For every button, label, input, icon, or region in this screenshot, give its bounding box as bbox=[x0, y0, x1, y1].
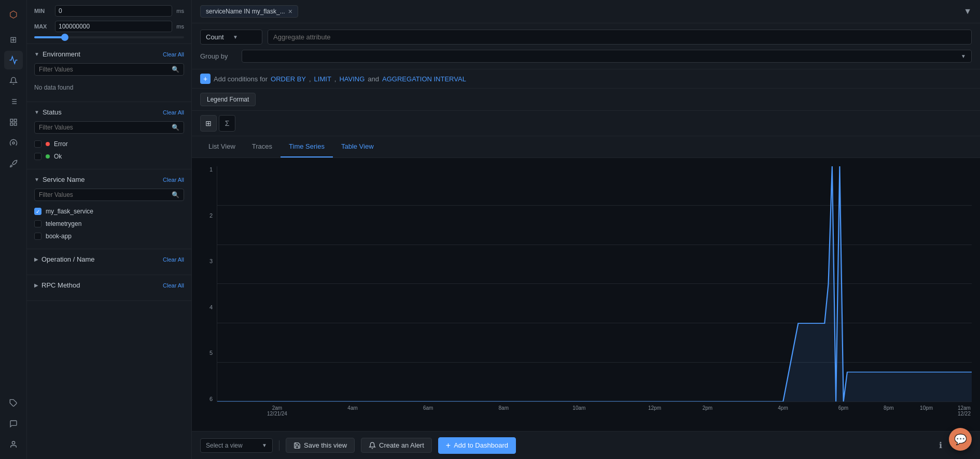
error-dot bbox=[46, 142, 50, 146]
grid-view-btn[interactable]: ⊞ bbox=[200, 115, 217, 132]
plugins-icon[interactable] bbox=[4, 394, 23, 412]
home-icon[interactable]: ⊞ bbox=[4, 30, 23, 49]
view-select-chevron: ▼ bbox=[262, 442, 267, 448]
environment-filter-header[interactable]: ▼ Environment Clear All bbox=[34, 50, 184, 58]
status-error-checkbox[interactable] bbox=[34, 140, 41, 148]
x-label-8pm: 8pm bbox=[884, 405, 893, 411]
service-name-filter-header[interactable]: ▼ Service Name Clear All bbox=[34, 176, 184, 183]
service-name-clear-btn[interactable]: Clear All bbox=[163, 177, 184, 183]
service-name-filter-tag[interactable]: serviceName IN my_flask_... × bbox=[200, 5, 298, 18]
filter-tag-close-icon[interactable]: × bbox=[288, 8, 292, 15]
alert-nav-icon[interactable] bbox=[4, 71, 23, 90]
aggregate-attribute-input[interactable] bbox=[268, 30, 972, 45]
legend-row: Legend Format bbox=[192, 89, 980, 111]
status-header-left: ▼ Status bbox=[34, 108, 62, 116]
chat-support-btn[interactable]: 💬 bbox=[949, 428, 972, 451]
status-ok-checkbox[interactable] bbox=[34, 153, 41, 160]
operation-name-clear-btn[interactable]: Clear All bbox=[163, 256, 184, 263]
settings-secondary-icon[interactable] bbox=[4, 134, 23, 152]
and-text: and bbox=[368, 75, 379, 83]
x-axis: 2am 12/21/24 4am 6am 8am 10am 12pm bbox=[217, 402, 972, 423]
operation-name-filter-header[interactable]: ▶ Operation / Name Clear All bbox=[34, 255, 184, 263]
service-flask-label: my_flask_service bbox=[46, 208, 93, 215]
order-by-link[interactable]: ORDER BY bbox=[271, 75, 306, 83]
x-label-10am: 10am bbox=[572, 405, 585, 411]
sigma-view-btn[interactable]: Σ bbox=[219, 115, 235, 132]
view-select[interactable]: Select a view ▼ bbox=[200, 438, 273, 453]
rpc-method-clear-btn[interactable]: Clear All bbox=[163, 282, 184, 289]
bottom-footer: Select a view ▼ Save this view Create an… bbox=[192, 431, 980, 459]
add-dashboard-label: Add to Dashboard bbox=[454, 441, 508, 449]
status-clear-btn[interactable]: Clear All bbox=[163, 109, 184, 116]
service-telemetrygen-item[interactable]: telemetrygen bbox=[34, 218, 184, 230]
top-bar-expand-icon[interactable]: ▼ bbox=[963, 7, 972, 16]
left-navigation: ⬡ ⊞ bbox=[0, 0, 27, 459]
limit-link[interactable]: LIMIT bbox=[314, 75, 331, 83]
group-by-select[interactable]: ▼ bbox=[242, 50, 972, 63]
aggregation-interval-link[interactable]: AGGREGATION INTERVAL bbox=[382, 75, 466, 83]
min-input[interactable] bbox=[55, 5, 172, 17]
rpc-method-label: RPC Method bbox=[41, 281, 80, 289]
add-conditions-btn[interactable]: + bbox=[200, 74, 211, 84]
create-alert-label: Create an Alert bbox=[379, 441, 424, 449]
environment-clear-btn[interactable]: Clear All bbox=[163, 51, 184, 58]
svg-rect-6 bbox=[10, 119, 13, 122]
status-error-item[interactable]: Error bbox=[34, 138, 184, 150]
chart-nav-icon[interactable] bbox=[4, 51, 23, 69]
environment-label: Environment bbox=[43, 50, 80, 58]
y-label-5: 5 bbox=[209, 350, 213, 356]
list-nav-icon[interactable] bbox=[4, 92, 23, 111]
service-flask-item[interactable]: my_flask_service bbox=[34, 205, 184, 218]
tab-time-series[interactable]: Time Series bbox=[281, 136, 333, 157]
max-row: MAX ms bbox=[34, 21, 184, 32]
slider-thumb[interactable] bbox=[61, 34, 68, 41]
x-label-6am: 6am bbox=[423, 405, 433, 411]
legend-format-btn[interactable]: Legend Format bbox=[200, 93, 256, 106]
x-label-12am: 12am 12/22 bbox=[958, 405, 971, 417]
logo-icon[interactable]: ⬡ bbox=[4, 5, 23, 24]
tab-traces[interactable]: Traces bbox=[244, 136, 281, 157]
status-filter: ▼ Status Clear All 🔍 Error Ok bbox=[27, 102, 191, 169]
x-label-2pm: 2pm bbox=[703, 405, 712, 411]
service-name-filter: ▼ Service Name Clear All 🔍 my_flask_serv… bbox=[27, 169, 191, 249]
x-label-10pm: 10pm bbox=[920, 405, 933, 411]
status-search-icon: 🔍 bbox=[172, 124, 179, 131]
status-filter-header[interactable]: ▼ Status Clear All bbox=[34, 108, 184, 116]
status-ok-item[interactable]: Ok bbox=[34, 150, 184, 163]
chat-nav-icon[interactable] bbox=[4, 414, 23, 433]
service-bookapp-item[interactable]: book-app bbox=[34, 230, 184, 242]
save-view-btn[interactable]: Save this view bbox=[286, 438, 355, 453]
status-search-input[interactable] bbox=[39, 124, 169, 131]
status-ok-label: Ok bbox=[54, 153, 62, 160]
service-name-search: 🔍 bbox=[34, 189, 184, 201]
save-icon bbox=[293, 442, 301, 449]
dashboard-nav-icon[interactable] bbox=[4, 113, 23, 132]
info-icon-btn[interactable]: ℹ bbox=[932, 437, 949, 454]
service-flask-checkbox[interactable] bbox=[34, 208, 41, 215]
max-input[interactable] bbox=[55, 21, 172, 32]
footer-divider-1 bbox=[279, 440, 279, 451]
y-label-1: 1 bbox=[209, 166, 213, 173]
user-nav-icon[interactable] bbox=[4, 435, 23, 454]
group-by-row: Group by ▼ bbox=[200, 50, 972, 63]
rpc-method-filter-header[interactable]: ▶ RPC Method Clear All bbox=[34, 281, 184, 289]
rocket-nav-icon[interactable] bbox=[4, 154, 23, 173]
slider-track[interactable] bbox=[34, 36, 184, 38]
aggregate-select[interactable]: Count ▼ bbox=[200, 30, 262, 45]
tab-list-view[interactable]: List View bbox=[200, 136, 244, 157]
service-telemetrygen-label: telemetrygen bbox=[46, 220, 81, 227]
create-alert-btn[interactable]: Create an Alert bbox=[361, 438, 432, 453]
rpc-method-filter: ▶ RPC Method Clear All bbox=[27, 275, 191, 301]
alert-icon bbox=[369, 442, 376, 449]
y-label-2: 2 bbox=[209, 212, 213, 219]
add-dashboard-btn[interactable]: + Add to Dashboard bbox=[438, 437, 516, 454]
svg-rect-7 bbox=[14, 119, 17, 122]
service-telemetrygen-checkbox[interactable] bbox=[34, 220, 41, 227]
environment-search-input[interactable] bbox=[39, 66, 169, 73]
having-link[interactable]: HAVING bbox=[339, 75, 365, 83]
chart-container: 6 5 4 3 2 1 bbox=[200, 166, 972, 423]
service-name-search-input[interactable] bbox=[39, 191, 169, 198]
tab-table-view[interactable]: Table View bbox=[333, 136, 382, 157]
service-bookapp-checkbox[interactable] bbox=[34, 233, 41, 240]
svg-point-10 bbox=[12, 142, 15, 144]
